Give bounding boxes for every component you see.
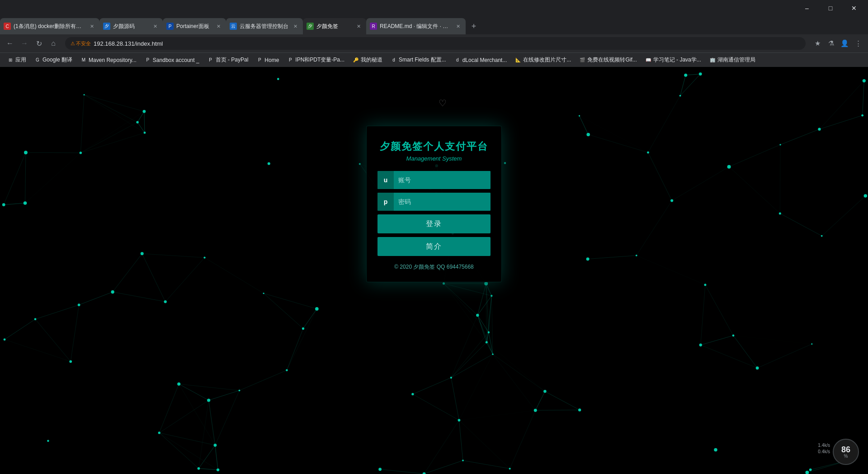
bookmark-favicon: P [287,57,293,63]
bookmark-label: Google 翻译 [42,56,72,64]
upload-speed: 1.4k/s [818,442,830,449]
bookmark-label: Smart Fields 配置... [399,56,446,64]
bookmark-item[interactable]: 🏢 湖南通信管理局 [706,55,759,66]
speed-percent: % [844,454,848,459]
bookmark-favicon: 📐 [515,57,521,63]
tab-close-icon[interactable]: ✕ [151,22,159,30]
tab-favicon: P [166,23,174,30]
tab-tab2[interactable]: 夕 夕颜源码 ✕ [99,18,163,34]
tab-tab3[interactable]: P Portainer面板 ✕ [163,18,226,34]
password-row: p [377,193,491,211]
reload-button[interactable]: ↻ [33,37,45,50]
bookmark-label: 我的秘道 [361,56,382,64]
bookmark-item[interactable]: d dLocal Merchant... [451,55,511,66]
home-button[interactable]: ⌂ [47,37,60,50]
bookmark-label: Home [264,57,279,63]
speed-rates: 1.4k/s 0.4k/s [818,442,830,455]
username-input[interactable] [394,171,491,189]
security-label: 不安全 [76,40,91,47]
toolbar-right: ★ ⚗ 👤 ⋮ [811,37,864,50]
username-row: u [377,171,491,189]
forward-button[interactable]: → [18,37,31,50]
speed-number: 86 [841,446,850,454]
tab-close-icon[interactable]: ✕ [88,22,96,30]
tab-bar: C (1条消息) docker删除所有镜像_ ✕ 夕 夕颜源码 ✕ P Port… [0,16,868,34]
security-badge: ⚠ 不安全 [71,40,91,47]
login-footer: © 2020 夕颜免签 QQ 694475668 [377,263,491,271]
window-controls: – □ ✕ [797,2,864,14]
tab-tab5[interactable]: 夕 夕颜免签 ✕ [303,18,366,34]
bookmark-item[interactable]: P Home [253,55,283,66]
tab-close-icon[interactable]: ✕ [454,22,462,30]
tab-title: 云服务器管理控制台 [240,23,288,30]
account-button[interactable]: 👤 [838,37,851,50]
bookmark-favicon: P [256,57,263,63]
bookmark-favicon: 📖 [645,57,651,63]
tab-tab6[interactable]: R README.md · 编辑文件 · brigh... ✕ [366,18,466,34]
bookmark-item[interactable]: 📐 在线修改图片尺寸... [511,55,575,66]
tab-title: 夕颜免签 [316,23,352,30]
bookmark-item[interactable]: 🎬 免费在线视频转Gif... [576,55,640,66]
extensions-button[interactable]: ⚗ [825,37,837,50]
tab-close-icon[interactable]: ✕ [291,22,299,30]
bookmark-label: Sandbox account _ [153,57,199,63]
bookmark-item[interactable]: P IPN和PDT变量-Pa... [283,55,348,66]
bookmark-item[interactable]: 🔑 我的秘道 [349,55,386,66]
browser-chrome: – □ ✕ C (1条消息) docker删除所有镜像_ ✕ 夕 夕颜源码 ✕ … [0,0,868,67]
tab-close-icon[interactable]: ✕ [354,22,363,30]
tab-favicon: 夕 [103,23,110,30]
tab-favicon: 夕 [307,23,314,30]
minimize-button[interactable]: – [797,2,817,14]
bookmark-favicon: d [391,57,397,63]
bookmark-label: 学习笔记 - Java学... [653,56,701,64]
username-icon: u [377,171,394,189]
address-bar[interactable]: ⚠ 不安全 192.168.28.131/index.html [65,37,806,50]
page-content: ♡ 夕颜免签个人支付平台 Management System u p 登录 简介… [0,67,868,474]
warning-icon: ⚠ [71,41,75,47]
bookmark-favicon: 🏢 [709,57,716,63]
tab-tab4[interactable]: 云 云服务器管理控制台 ✕ [226,18,303,34]
bookmark-item[interactable]: ⊞ 应用 [4,55,30,66]
bookmark-label: 在线修改图片尺寸... [523,56,571,64]
bookmark-favicon: d [454,57,461,63]
restore-button[interactable]: □ [820,2,841,14]
bookmark-item[interactable]: G Google 翻译 [31,55,76,66]
toolbar: ← → ↻ ⌂ ⚠ 不安全 192.168.28.131/index.html … [0,34,868,52]
tab-title: (1条消息) docker删除所有镜像_ [14,23,85,30]
bookmark-item[interactable]: P Sandbox account _ [141,55,203,66]
download-speed: 0.4k/s [818,449,830,455]
bookmark-label: Maven Repository... [89,57,137,63]
bookmark-favicon: 🎬 [579,57,585,63]
bookmark-favicon: 🔑 [353,57,359,63]
tabs-container: C (1条消息) docker删除所有镜像_ ✕ 夕 夕颜源码 ✕ P Port… [0,18,466,34]
password-input[interactable] [394,193,491,211]
login-button[interactable]: 登录 [377,214,491,233]
new-tab-button[interactable]: + [467,20,480,33]
bookmark-item[interactable]: d Smart Fields 配置... [387,55,450,66]
bookmark-item[interactable]: P 首页 - PayPal [204,55,252,66]
bookmark-label: 应用 [15,56,26,64]
tab-close-icon[interactable]: ✕ [214,22,222,30]
back-button[interactable]: ← [4,37,16,50]
bookmark-label: 首页 - PayPal [216,56,249,64]
tab-title: Portainer面板 [176,23,212,30]
tab-favicon: 云 [230,23,237,30]
login-subtitle: Management System [377,155,491,162]
bookmark-label: 湖南通信管理局 [717,56,755,64]
bookmark-item[interactable]: M Maven Repository... [77,55,140,66]
heart-icon: ♡ [439,98,447,109]
bookmark-label: dLocal Merchant... [462,57,507,63]
menu-button[interactable]: ⋮ [852,37,864,50]
bookmark-favicon: G [34,57,41,63]
bookmark-star-button[interactable]: ★ [811,37,824,50]
bookmark-item[interactable]: 📖 学习笔记 - Java学... [642,55,705,66]
bookmark-label: IPN和PDT变量-Pa... [295,56,344,64]
intro-button[interactable]: 简介 [377,237,491,256]
tab-tab1[interactable]: C (1条消息) docker删除所有镜像_ ✕ [0,18,99,34]
bookmark-favicon: P [145,57,151,63]
close-button[interactable]: ✕ [844,2,864,14]
tab-favicon: C [4,23,11,30]
tab-title: README.md · 编辑文件 · brigh... [380,23,451,30]
password-icon: p [377,193,394,211]
bookmark-label: 免费在线视频转Gif... [587,56,637,64]
